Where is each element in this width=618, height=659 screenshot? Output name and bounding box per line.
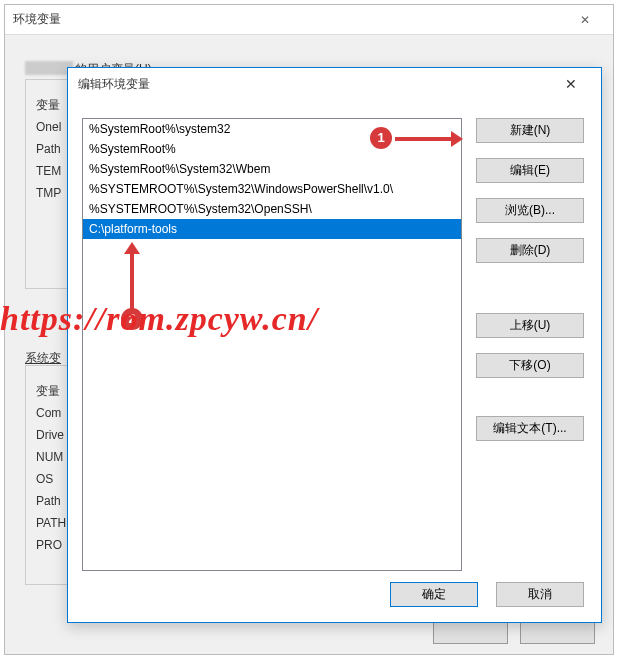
list-item[interactable]: %SystemRoot%\system32: [83, 119, 461, 139]
back-ok-button[interactable]: [433, 621, 508, 644]
annotation-arrow-to-new: [395, 137, 453, 141]
back-close-button[interactable]: ✕: [565, 13, 605, 27]
edit-button[interactable]: 编辑(E): [476, 158, 584, 183]
edit-text-button[interactable]: 编辑文本(T)...: [476, 416, 584, 441]
list-item-selected[interactable]: C:\platform-tools: [83, 219, 461, 239]
list-item[interactable]: %SystemRoot%: [83, 139, 461, 159]
new-button[interactable]: 新建(N): [476, 118, 584, 143]
browse-button[interactable]: 浏览(B)...: [476, 198, 584, 223]
front-titlebar: 编辑环境变量 ✕: [68, 68, 601, 100]
edit-env-var-dialog: 编辑环境变量 ✕ %SystemRoot%\system32 %SystemRo…: [67, 67, 602, 623]
annotation-badge-1: 1: [370, 127, 392, 149]
path-list[interactable]: %SystemRoot%\system32 %SystemRoot% %Syst…: [82, 118, 462, 571]
back-titlebar: 环境变量 ✕: [5, 5, 613, 35]
back-cancel-button[interactable]: [520, 621, 595, 644]
delete-button[interactable]: 删除(D): [476, 238, 584, 263]
back-title: 环境变量: [13, 11, 565, 28]
list-item[interactable]: %SYSTEMROOT%\System32\WindowsPowerShell\…: [83, 179, 461, 199]
close-button[interactable]: ✕: [551, 68, 591, 100]
front-title: 编辑环境变量: [78, 76, 551, 93]
list-item[interactable]: %SYSTEMROOT%\System32\OpenSSH\: [83, 199, 461, 219]
blurred-username: [25, 61, 73, 75]
watermark-text: https://rom.zpcyw.cn/: [0, 300, 318, 338]
move-up-button[interactable]: 上移(U): [476, 313, 584, 338]
ok-button[interactable]: 确定: [390, 582, 478, 607]
list-item[interactable]: %SystemRoot%\System32\Wbem: [83, 159, 461, 179]
move-down-button[interactable]: 下移(O): [476, 353, 584, 378]
cancel-button[interactable]: 取消: [496, 582, 584, 607]
